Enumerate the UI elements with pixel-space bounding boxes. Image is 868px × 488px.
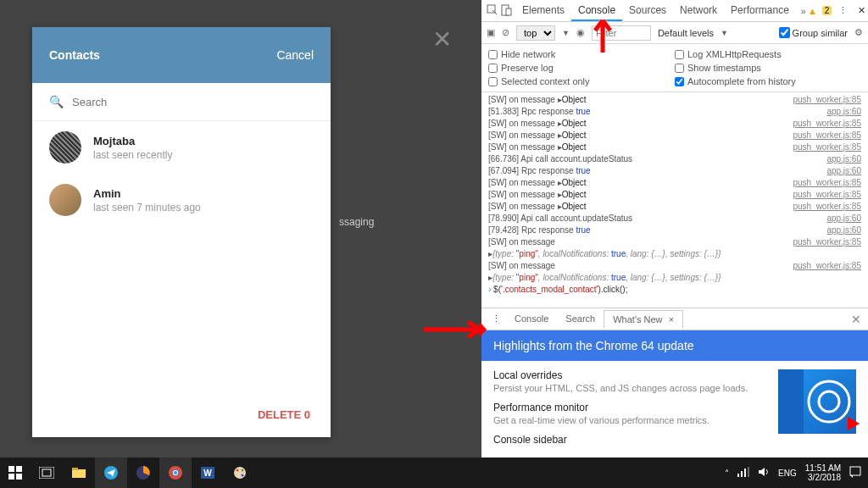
group-similar-checkbox[interactable] xyxy=(779,27,790,38)
clear-console-icon[interactable]: ⊘ xyxy=(502,27,509,38)
log-source-link[interactable]: push_worker.js:85 xyxy=(793,260,861,272)
devtools-panel: ElementsConsoleSourcesNetworkPerformance… xyxy=(481,0,868,458)
kebab-menu-icon[interactable]: ⋮ xyxy=(835,5,851,16)
svg-point-25 xyxy=(242,474,244,477)
console-log-line: [SW] on message ▸Objectpush_worker.js:85 xyxy=(488,141,861,153)
execution-icon[interactable]: ▣ xyxy=(487,27,495,38)
console-log-line: [SW] on messagepush_worker.js:85 xyxy=(488,260,861,272)
console-log-line: [SW] on message ▸Objectpush_worker.js:85 xyxy=(488,94,861,106)
search-icon: 🔍 xyxy=(49,95,64,108)
devtools-close-icon[interactable]: ✕ xyxy=(854,5,868,16)
start-button[interactable] xyxy=(0,458,31,488)
gear-icon[interactable]: ⚙ xyxy=(854,27,863,38)
log-source-link[interactable]: push_worker.js:85 xyxy=(793,141,861,153)
log-source-link[interactable]: push_worker.js:85 xyxy=(793,94,861,106)
annotation-arrow-right xyxy=(420,319,488,344)
firefox-icon[interactable] xyxy=(127,458,159,488)
levels-select[interactable]: Default levels xyxy=(658,28,714,38)
warning-icon[interactable]: ▲ xyxy=(808,6,817,16)
eye-icon[interactable]: ◉ xyxy=(576,27,585,38)
whatsnew-banner: Highlights from the Chrome 64 update xyxy=(481,330,868,361)
log-source-link[interactable]: app.js:60 xyxy=(826,106,861,118)
contact-item[interactable]: Amin last seen 7 minutes ago xyxy=(32,174,331,226)
modal-title: Contacts xyxy=(49,48,100,62)
context-select[interactable]: top xyxy=(516,25,555,41)
svg-rect-29 xyxy=(748,467,749,477)
svg-rect-11 xyxy=(42,469,51,476)
drawer-close-icon[interactable]: ✕ xyxy=(851,313,861,326)
log-source-link[interactable]: push_worker.js:85 xyxy=(793,177,861,189)
console-log-line: [51.383] Rpc response trueapp.js:60 xyxy=(488,106,861,118)
telegram-icon[interactable] xyxy=(95,458,127,488)
more-tabs-icon[interactable]: » xyxy=(801,6,806,16)
clock[interactable]: 11:51 AM 3/2/2018 xyxy=(805,463,841,482)
close-icon[interactable]: ✕ xyxy=(432,25,452,53)
drawer-kebab-icon[interactable]: ⋮ xyxy=(487,313,506,324)
language-indicator[interactable]: ENG xyxy=(778,469,797,478)
console-log-line: [SW] on messagepush_worker.js:85 xyxy=(488,236,861,248)
svg-rect-6 xyxy=(8,466,14,472)
log-source-link[interactable]: app.js:60 xyxy=(826,165,861,177)
console-log-line: [67.094] Rpc response trueapp.js:60 xyxy=(488,165,861,177)
devtools-tab-performance[interactable]: Performance xyxy=(724,1,796,21)
log-source-link[interactable]: app.js:60 xyxy=(826,153,861,165)
log-source-link[interactable]: push_worker.js:85 xyxy=(793,189,861,201)
console-log-line: [SW] on message ▸Objectpush_worker.js:85 xyxy=(488,189,861,201)
whatsnew-item[interactable]: Local overridesPersist your HTML, CSS, a… xyxy=(493,369,771,393)
check-hide-network[interactable]: Hide network xyxy=(488,47,675,61)
console-log-line: [SW] on message ▸Objectpush_worker.js:85 xyxy=(488,177,861,189)
devtools-tab-elements[interactable]: Elements xyxy=(515,1,571,21)
check-autocomplete-from-history[interactable]: Autocomplete from history xyxy=(675,75,861,88)
devtools-tab-sources[interactable]: Sources xyxy=(622,1,673,21)
whatsnew-item[interactable]: Performance monitorGet a real-time view … xyxy=(493,402,771,425)
delete-button[interactable]: DELETE 0 xyxy=(258,408,310,421)
tab-close-icon[interactable]: × xyxy=(669,314,674,324)
log-source-link[interactable]: push_worker.js:85 xyxy=(793,130,861,141)
devtools-drawer: ⋮ ConsoleSearchWhat's New × ✕ Highlights… xyxy=(481,308,868,463)
tray-up-icon[interactable]: ˄ xyxy=(725,469,729,478)
check-show-timestamps[interactable]: Show timestamps xyxy=(675,61,861,75)
console-log-line: [SW] on message ▸Objectpush_worker.js:85 xyxy=(488,201,861,213)
devtools-tab-network[interactable]: Network xyxy=(673,1,724,21)
svg-rect-26 xyxy=(737,474,739,477)
word-icon[interactable]: W xyxy=(192,458,224,488)
search-input[interactable] xyxy=(72,96,314,108)
check-preserve-log[interactable]: Preserve log xyxy=(488,61,675,75)
log-source-link[interactable]: app.js:60 xyxy=(826,213,861,225)
volume-icon[interactable] xyxy=(758,467,770,479)
explorer-icon[interactable] xyxy=(63,458,95,488)
inspect-icon[interactable] xyxy=(487,4,498,18)
devtools-tabs: ElementsConsoleSourcesNetworkPerformance… xyxy=(481,0,868,22)
svg-rect-28 xyxy=(744,469,746,477)
log-source-link[interactable]: app.js:60 xyxy=(826,225,861,236)
taskview-icon[interactable] xyxy=(31,458,63,488)
svg-rect-13 xyxy=(72,468,78,470)
video-thumbnail[interactable] xyxy=(778,369,856,434)
device-icon[interactable] xyxy=(500,4,512,18)
console-log-line: [SW] on message ▸Objectpush_worker.js:85 xyxy=(488,130,861,141)
chrome-icon[interactable] xyxy=(159,458,192,488)
console-log-line: [66.736] Api call account.updateStatusap… xyxy=(488,153,861,165)
avatar xyxy=(49,131,81,164)
check-selected-context-only[interactable]: Selected context only xyxy=(488,75,675,88)
paint-icon[interactable] xyxy=(224,458,256,488)
log-source-link[interactable]: push_worker.js:85 xyxy=(793,236,861,248)
whatsnew-item[interactable]: Console sidebar xyxy=(493,434,771,446)
cancel-button[interactable]: Cancel xyxy=(276,48,314,62)
svg-rect-30 xyxy=(850,467,860,475)
log-source-link[interactable]: push_worker.js:85 xyxy=(793,201,861,213)
drawer-tab-whatsnew[interactable]: What's New × xyxy=(604,310,683,328)
check-log-xmlhttprequests[interactable]: Log XMLHttpRequests xyxy=(675,47,861,61)
contact-name: Mojtaba xyxy=(93,135,172,147)
drawer-tab-console[interactable]: Console xyxy=(506,310,557,328)
log-source-link[interactable]: push_worker.js:85 xyxy=(793,118,861,130)
network-icon[interactable] xyxy=(737,467,749,479)
contact-status: last seen 7 minutes ago xyxy=(93,202,201,214)
bg-text: ssaging xyxy=(339,216,374,228)
console-input-line[interactable]: › $('.contacts_modal_contact').click(); xyxy=(488,284,861,296)
drawer-tab-search[interactable]: Search xyxy=(557,310,604,328)
contact-item[interactable]: Mojtaba last seen recently xyxy=(32,121,331,174)
notifications-icon[interactable] xyxy=(849,466,861,480)
console-log-line: [78.990] Api call account.updateStatusap… xyxy=(488,213,861,225)
annotation-arrow-up xyxy=(590,15,615,59)
